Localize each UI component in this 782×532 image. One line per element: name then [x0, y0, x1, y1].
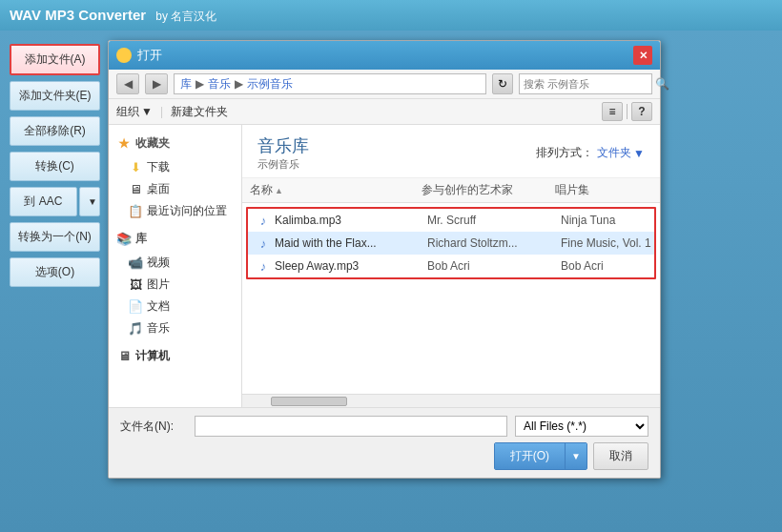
library-label: 库	[135, 231, 147, 247]
toolbar-divider: |	[160, 105, 163, 118]
filename-3: Sleep Away.mp3	[275, 259, 359, 273]
dialog-title-text: 打开	[137, 47, 162, 64]
column-headers: 名称 ▲ 参与创作的艺术家 唱片集 #	[242, 178, 660, 203]
new-folder-button[interactable]: 新建文件夹	[171, 104, 228, 120]
convert-button[interactable]: 转换(C)	[10, 152, 100, 181]
video-label: 视频	[147, 255, 170, 271]
library-subtitle: 示例音乐	[257, 157, 309, 172]
format-dropdown-button[interactable]: ▼	[79, 187, 100, 216]
refresh-button[interactable]: ↻	[492, 73, 513, 94]
horizontal-scrollbar[interactable]	[242, 394, 660, 407]
dialog-bottom: 文件名(N): All Files (*.*) 打开(O) ▼ 取消	[109, 407, 660, 478]
organize-label: 组织	[116, 104, 139, 120]
file-list: ♪ Kalimba.mp3 Mr. Scruff Ninja Tuna 1 ♪	[242, 203, 660, 394]
library-title: 音乐库	[257, 134, 309, 157]
col-artist-label: 参与创作的艺术家	[422, 182, 513, 198]
dialog-close-button[interactable]: ✕	[633, 46, 652, 65]
filetype-select[interactable]: All Files (*.*)	[515, 416, 648, 437]
recent-label: 最近访问的位置	[147, 203, 227, 219]
help-button[interactable]: ?	[631, 102, 652, 121]
tree-item-docs[interactable]: 📄 文档	[113, 296, 237, 317]
tree-item-desktop[interactable]: 🖥 桌面	[113, 178, 237, 200]
download-label: 下载	[147, 159, 170, 175]
file-rows-highlighted: ♪ Kalimba.mp3 Mr. Scruff Ninja Tuna 1 ♪	[246, 207, 656, 279]
organize-button[interactable]: 组织 ▼	[116, 104, 153, 120]
dialog-title-bar: 打开 ✕	[109, 41, 660, 70]
library-info: 音乐库 示例音乐	[257, 134, 309, 172]
computer-label: 计算机	[135, 348, 170, 364]
open-dropdown-button[interactable]: ▼	[566, 443, 586, 469]
col-header-artist[interactable]: 参与创作的艺术家	[422, 182, 555, 198]
tree-item-download[interactable]: ⬇ 下载	[113, 156, 237, 178]
sort-value-text: 文件夹	[597, 145, 631, 161]
hscroll-thumb[interactable]	[271, 397, 347, 406]
images-label: 图片	[147, 276, 170, 293]
table-row[interactable]: ♪ Maid with the Flax... Richard Stoltzm.…	[248, 232, 654, 255]
format-row: 到 AAC ▼	[10, 187, 100, 216]
open-button-group: 打开(O) ▼	[494, 442, 587, 470]
path-bar[interactable]: 库 ▶ 音乐 ▶ 示例音乐	[174, 73, 486, 94]
file-header-area: 音乐库 示例音乐 排列方式： 文件夹 ▼	[242, 125, 660, 178]
dialog-toolbar: ◀ ▶ 库 ▶ 音乐 ▶ 示例音乐 ↻ 🔍	[109, 70, 660, 99]
tree-item-music[interactable]: 🎵 音乐	[113, 317, 237, 339]
filename-1: Kalimba.mp3	[275, 214, 341, 227]
images-icon: 🖼	[128, 277, 143, 293]
col-header-name[interactable]: 名称 ▲	[250, 182, 422, 198]
video-icon: 📹	[128, 256, 143, 271]
tree-item-computer[interactable]: 🖥 计算机	[113, 345, 237, 367]
tree-item-video[interactable]: 📹 视频	[113, 252, 237, 274]
open-button[interactable]: 打开(O)	[495, 443, 566, 469]
options-button[interactable]: 选项(O)	[10, 257, 100, 287]
sort-value[interactable]: 文件夹 ▼	[597, 145, 645, 161]
new-folder-label: 新建文件夹	[171, 105, 228, 118]
artist-1: Mr. Scruff	[427, 214, 561, 227]
file-name-2: ♪ Maid with the Flax...	[256, 235, 427, 251]
back-button[interactable]: ◀	[116, 73, 139, 94]
artist-3: Bob Acri	[427, 259, 561, 273]
filename-input[interactable]	[195, 416, 507, 437]
file-area: 音乐库 示例音乐 排列方式： 文件夹 ▼	[242, 125, 660, 407]
album-2: Fine Music, Vol. 1	[561, 236, 660, 250]
desktop-label: 桌面	[147, 181, 170, 197]
search-icon: 🔍	[655, 77, 669, 91]
path-segment-3: 示例音乐	[247, 76, 293, 92]
music-label: 音乐	[147, 320, 170, 337]
filename-label: 文件名(N):	[120, 419, 187, 435]
music-icon: 🎵	[128, 321, 143, 337]
remove-all-button[interactable]: 全部移除(R)	[10, 116, 100, 146]
tree-item-images[interactable]: 🖼 图片	[113, 274, 237, 296]
recent-icon: 📋	[128, 204, 143, 219]
view-button[interactable]: ≡	[602, 102, 623, 121]
col-header-album[interactable]: 唱片集	[555, 182, 660, 198]
music-file-icon-3: ♪	[256, 258, 271, 274]
format-button[interactable]: 到 AAC	[10, 187, 77, 216]
tree-item-library: 📚 库	[113, 228, 237, 250]
dialog-actions: 打开(O) ▼ 取消	[120, 442, 648, 470]
add-folder-button[interactable]: 添加文件夹(E)	[10, 81, 100, 111]
artist-2: Richard Stoltzm...	[427, 236, 561, 250]
dialog-title-left: 打开	[116, 47, 162, 64]
docs-icon: 📄	[128, 299, 143, 315]
toolbar2-sep	[627, 104, 628, 119]
favorites-label: 收藏夹	[135, 135, 170, 152]
convert-to-one-button[interactable]: 转换为一个(N)	[10, 222, 100, 252]
table-row[interactable]: ♪ Sleep Away.mp3 Bob Acri Bob Acri 3	[248, 255, 654, 277]
toolbar2-right: ≡ ?	[602, 102, 652, 121]
computer-icon: 🖥	[116, 349, 132, 364]
path-sep-1: ▶	[196, 77, 204, 91]
file-name-3: ♪ Sleep Away.mp3	[256, 258, 427, 274]
search-input[interactable]	[524, 78, 655, 90]
search-bar: 🔍	[519, 73, 652, 94]
app-title-text: WAV MP3 Converter by 名言汉化	[10, 7, 216, 25]
album-3: Bob Acri	[561, 259, 660, 273]
tree-item-favorites: ★ 收藏夹	[113, 133, 237, 154]
table-row[interactable]: ♪ Kalimba.mp3 Mr. Scruff Ninja Tuna 1	[248, 209, 654, 232]
dialog-body: ★ 收藏夹 ⬇ 下载 🖥 桌面 📋 最近访问的位置	[109, 125, 660, 407]
cancel-button[interactable]: 取消	[593, 442, 648, 470]
add-file-button[interactable]: 添加文件(A)	[10, 44, 100, 75]
tree-item-recent[interactable]: 📋 最近访问的位置	[113, 200, 237, 222]
forward-button[interactable]: ▶	[145, 73, 168, 94]
desktop-icon: 🖥	[128, 182, 143, 197]
outer-app: WAV MP3 Converter by 名言汉化 添加文件(A) 添加文件夹(…	[0, 0, 782, 532]
filename-2: Maid with the Flax...	[275, 236, 377, 250]
